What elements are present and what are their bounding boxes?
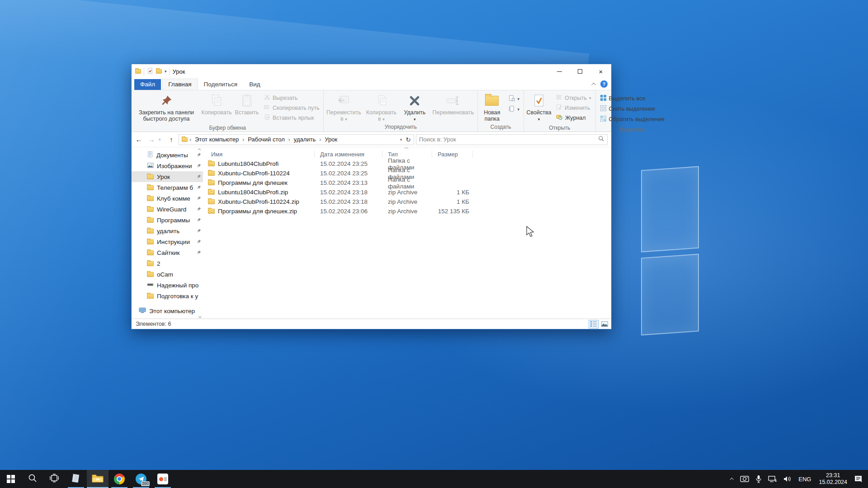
copy-to-button[interactable]: Копировать в ▾: [363, 91, 400, 123]
easy-access-button[interactable]: ▾: [507, 105, 521, 114]
sidebar-item-video[interactable]: Видео: [132, 316, 203, 319]
new-folder-button[interactable]: Новая папка: [479, 91, 505, 123]
button-label: Вставить ярлык: [273, 115, 314, 121]
breadcrumb-this-pc[interactable]: Этот компьютер: [193, 135, 241, 144]
sidebar-item-ocam[interactable]: oCam: [132, 269, 203, 280]
scroll-up-icon[interactable]: [198, 148, 201, 151]
close-button[interactable]: ×: [590, 64, 611, 79]
language-indicator[interactable]: ENG: [795, 476, 815, 483]
paste-shortcut-button[interactable]: Вставить ярлык: [263, 113, 321, 122]
select-none-button[interactable]: Снять выделение: [599, 104, 666, 113]
tray-expand-icon[interactable]: [728, 470, 737, 488]
tab-share[interactable]: Поделиться: [198, 79, 244, 90]
file-row[interactable]: Lubuntu1804ClubProfi.zip 15.02.2024 23:1…: [203, 188, 611, 197]
sidebar-item-sajtkik[interactable]: Сайткик: [132, 247, 203, 258]
tab-view[interactable]: Вид: [243, 79, 266, 90]
sidebar-item-2[interactable]: 2: [132, 258, 203, 269]
breadcrumb-urok[interactable]: Урок: [323, 135, 339, 144]
tab-home[interactable]: Главная: [162, 79, 198, 90]
sidebar-item-klub[interactable]: Клуб комме: [132, 193, 203, 204]
move-to-button[interactable]: Переместить в ▾: [325, 91, 363, 123]
new-item-button[interactable]: ▾: [507, 94, 521, 103]
folder-icon: [147, 294, 154, 299]
sidebar-item-documents[interactable]: Документы: [132, 150, 203, 160]
file-date: 15.02.2024 23:18: [315, 198, 382, 205]
recent-locations-icon[interactable]: ▾: [159, 137, 164, 142]
properties-button[interactable]: Свойства▾: [525, 91, 553, 124]
copy-path-button[interactable]: Скопировать путь: [263, 103, 321, 112]
cut-button[interactable]: Вырезать: [263, 94, 321, 102]
tab-file[interactable]: Файл: [134, 79, 161, 90]
open-button[interactable]: Открыть ▾: [555, 94, 593, 102]
select-all-button[interactable]: Выделить все: [599, 94, 666, 103]
sidebar-item-nadezhny[interactable]: Надежный про: [132, 280, 203, 291]
start-button[interactable]: [0, 470, 22, 488]
taskbar-ocam-button[interactable]: [152, 470, 174, 488]
delete-button[interactable]: Удалить▾: [400, 91, 429, 123]
refresh-icon[interactable]: ↻: [406, 136, 411, 143]
paste-button[interactable]: Вставить: [233, 91, 261, 124]
sidebar-item-programmy[interactable]: Программы: [132, 215, 203, 225]
properties-quick-icon[interactable]: [147, 68, 153, 75]
taskbar-chrome-button[interactable]: [108, 470, 130, 488]
pin-to-quick-access-button[interactable]: Закрепить на панели быстрого доступа: [132, 91, 200, 124]
task-view-button[interactable]: [43, 470, 65, 488]
collapse-ribbon-icon[interactable]: [591, 82, 596, 87]
action-center-icon[interactable]: [851, 470, 868, 488]
column-header-type[interactable]: Тип: [382, 150, 432, 158]
sidebar-item-podgotovka[interactable]: Подготовка к у: [132, 291, 203, 301]
sidebar-item-urok[interactable]: Урок: [132, 171, 203, 182]
taskbar-clock[interactable]: 23:31 15.02.2024: [815, 472, 851, 486]
history-button[interactable]: Журнал: [555, 113, 593, 122]
new-folder-quick-icon[interactable]: [156, 69, 162, 74]
microphone-icon[interactable]: [752, 470, 765, 488]
button-label: Скопировать путь: [273, 105, 319, 111]
sidebar-item-wireguard[interactable]: WireGuard: [132, 204, 203, 215]
column-header-date[interactable]: Дата изменения: [315, 150, 382, 158]
qat-dropdown-icon[interactable]: ▾: [165, 69, 167, 74]
file-row[interactable]: Программы для флешек.zip 15.02.2024 23:0…: [203, 206, 611, 216]
sidebar-item-this-pc[interactable]: Этот компьютер: [132, 305, 203, 316]
taskbar-notepad-button[interactable]: [65, 470, 87, 488]
computer-icon: [139, 307, 146, 315]
minimize-button[interactable]: [549, 64, 570, 79]
sidebar-item-instrukcii[interactable]: Инструкции: [132, 236, 203, 247]
drive-icon: [147, 282, 154, 289]
breadcrumb[interactable]: › Этот компьютер › Рабочий стол › удалит…: [179, 134, 414, 145]
file-row[interactable]: Программы для флешек 15.02.2024 23:13 Па…: [203, 178, 611, 188]
large-icons-view-button[interactable]: [599, 320, 609, 328]
sidebar-item-pictures[interactable]: Изображени: [132, 160, 203, 171]
sidebar-item-label: Документы: [156, 152, 193, 159]
scroll-down-icon[interactable]: [198, 315, 202, 318]
network-icon[interactable]: [765, 470, 780, 488]
maximize-button[interactable]: [570, 64, 590, 79]
back-button[interactable]: ←: [133, 134, 144, 145]
address-dropdown-icon[interactable]: ▾: [400, 137, 402, 142]
forward-button[interactable]: →: [146, 134, 157, 145]
help-icon[interactable]: ?: [600, 80, 608, 88]
title-bar[interactable]: ▾ Урок ×: [132, 64, 611, 79]
file-row[interactable]: Xubuntu-ClubProfi-110224.zip 15.02.2024 …: [203, 197, 611, 206]
taskbar-explorer-button[interactable]: [87, 470, 108, 488]
details-view-button[interactable]: [589, 320, 599, 328]
sidebar-item-udalit[interactable]: удалить: [132, 225, 203, 236]
edit-button[interactable]: Изменить: [555, 103, 593, 112]
column-header-size[interactable]: Размер: [432, 150, 473, 158]
sidebar-scrollbar[interactable]: [197, 147, 203, 319]
volume-icon[interactable]: [780, 470, 795, 488]
column-header-name[interactable]: Имя: [203, 150, 315, 158]
file-name: Lubuntu1804ClubProfi: [218, 160, 278, 167]
taskbar-telegram-button[interactable]: 380: [130, 470, 152, 488]
up-button[interactable]: ↑: [166, 134, 177, 145]
breadcrumb-udalit[interactable]: удалить: [292, 135, 317, 144]
taskbar-search-button[interactable]: [22, 470, 43, 488]
sidebar-item-label: Надежный про: [157, 282, 201, 289]
search-icon[interactable]: [598, 136, 604, 143]
sidebar-item-telegram[interactable]: Телеграмм б: [132, 182, 203, 193]
breadcrumb-desktop[interactable]: Рабочий стол: [246, 135, 287, 144]
copy-button[interactable]: Копировать: [200, 91, 233, 124]
invert-selection-button[interactable]: Обратить выделение: [599, 115, 666, 124]
rename-button[interactable]: Переименовать: [429, 91, 476, 123]
search-input[interactable]: [419, 136, 598, 143]
recorder-tray-icon[interactable]: [737, 470, 752, 488]
